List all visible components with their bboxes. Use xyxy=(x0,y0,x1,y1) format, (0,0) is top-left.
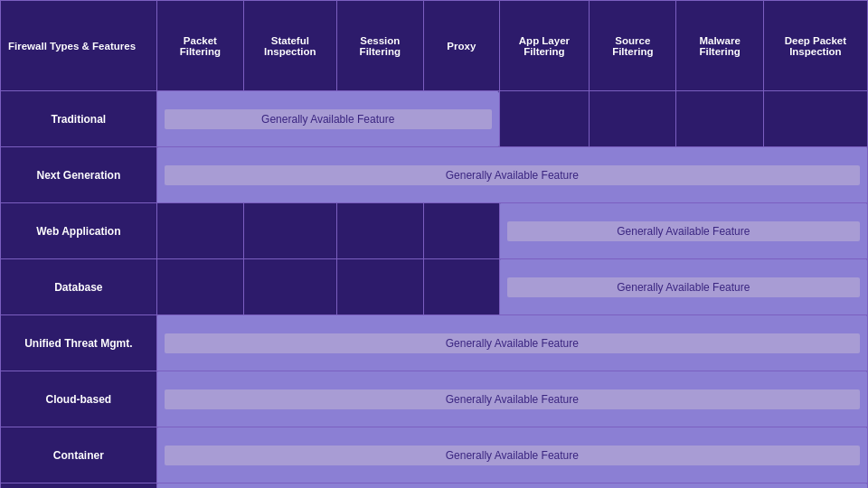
cell-traditional-source xyxy=(590,91,676,147)
row-label-database: Database xyxy=(1,259,157,315)
col-header-source: Source Filtering xyxy=(590,1,676,91)
row-container: Container Generally Available Feature xyxy=(1,427,868,483)
row-database: Database Generally Available Feature xyxy=(1,259,868,315)
col-header-proxy: Proxy xyxy=(423,1,499,91)
row-utm: Unified Threat Mgmt. Generally Available… xyxy=(1,315,868,371)
cell-db-stateful xyxy=(244,259,337,315)
row-web-application: Web Application Generally Available Feat… xyxy=(1,203,868,259)
col-header-type: Firewall Types & Features xyxy=(1,1,157,91)
cell-traditional-app xyxy=(499,91,589,147)
feature-database: Generally Available Feature xyxy=(499,259,867,315)
row-label-web-application: Web Application xyxy=(1,203,157,259)
cell-webapp-stateful xyxy=(244,203,337,259)
feature-web-application: Generally Available Feature xyxy=(499,203,867,259)
feature-next-generation: Generally Available Feature xyxy=(156,147,867,203)
cell-webapp-packet xyxy=(156,203,243,259)
cell-db-session xyxy=(336,259,423,315)
row-label-utm: Unified Threat Mgmt. xyxy=(1,315,157,371)
col-header-stateful: Stateful Inspection xyxy=(244,1,337,91)
row-next-generation: Next Generation Generally Available Feat… xyxy=(1,147,868,203)
row-label-container: Container xyxy=(1,427,157,483)
row-label-cloud-based: Cloud-based xyxy=(1,371,157,427)
feature-faas: Generally Available Feature xyxy=(156,483,867,489)
cell-webapp-session xyxy=(336,203,423,259)
col-header-deep: Deep Packet Inspection xyxy=(763,1,867,91)
row-label-next-generation: Next Generation xyxy=(1,147,157,203)
feature-cloud-based: Generally Available Feature xyxy=(156,371,867,427)
row-firewall-as-a-service: Firewall-as-a-Service Generally Availabl… xyxy=(1,483,868,489)
col-header-app: App Layer Filtering xyxy=(499,1,589,91)
feature-traditional: Generally Available Feature xyxy=(156,91,499,147)
cell-db-packet xyxy=(156,259,243,315)
row-label-faas: Firewall-as-a-Service xyxy=(1,483,157,489)
cell-traditional-deep xyxy=(763,91,867,147)
row-cloud-based: Cloud-based Generally Available Feature xyxy=(1,371,868,427)
row-label-traditional: Traditional xyxy=(1,91,157,147)
feature-utm: Generally Available Feature xyxy=(156,315,867,371)
cell-traditional-malware xyxy=(676,91,763,147)
col-header-session: Session Filtering xyxy=(336,1,423,91)
cell-db-proxy xyxy=(423,259,499,315)
col-header-malware: Malware Filtering xyxy=(676,1,763,91)
row-traditional: Traditional Generally Available Feature xyxy=(1,91,868,147)
header-row: Firewall Types & Features Packet Filteri… xyxy=(1,1,868,91)
col-header-packet: Packet Filtering xyxy=(156,1,243,91)
feature-container: Generally Available Feature xyxy=(156,427,867,483)
cell-webapp-proxy xyxy=(423,203,499,259)
